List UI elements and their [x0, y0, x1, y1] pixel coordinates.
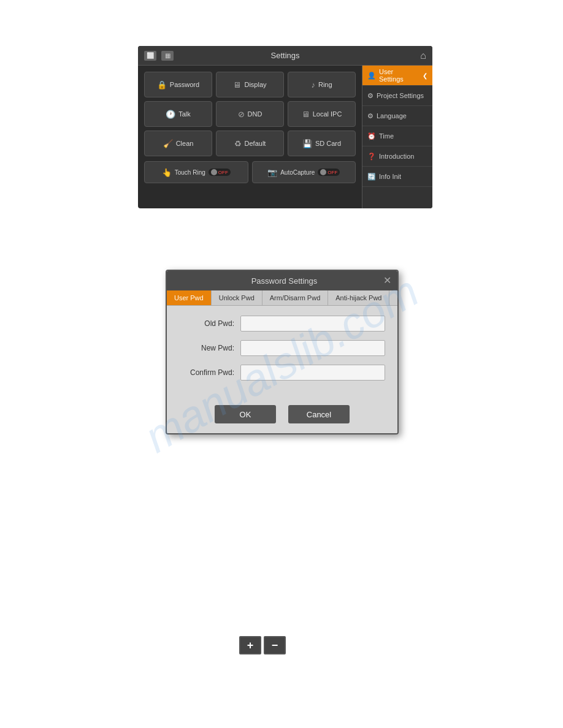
monitor-icon: ⬜	[144, 51, 156, 61]
sidebar-item-introduction[interactable]: ❓ Introduction	[362, 146, 432, 167]
password-dialog: Password Settings ✕ User Pwd Unlock Pwd …	[166, 270, 399, 434]
default-label: Default	[245, 140, 266, 147]
sidebar-arrow-1: ❮	[423, 72, 427, 79]
password-label: Password	[170, 81, 199, 88]
local-ipc-button[interactable]: 🖥 Local IPC	[288, 101, 356, 127]
lock-icon: 🔒	[157, 80, 167, 89]
confirm-pwd-row: Confirm Pwd:	[179, 365, 385, 381]
autocapture-icon: 📷	[267, 168, 277, 177]
display-button[interactable]: 🖥 Display	[216, 72, 284, 97]
password-button[interactable]: 🔒 Password	[144, 72, 212, 97]
tab-anti-hijack-pwd[interactable]: Anti-hijack Pwd	[328, 290, 389, 305]
tab-unlock-pwd-label: Unlock Pwd	[219, 294, 255, 301]
settings-body: 🔒 Password 🖥 Display ♪ Ring 🕐 Talk	[138, 66, 432, 208]
touch-ring-toggle[interactable]: 👆 Touch Ring OFF	[144, 161, 248, 183]
ring-button[interactable]: ♪ Ring	[288, 72, 356, 97]
display-icon: ▦	[161, 51, 174, 61]
sidebar-info-init-label: Info Init	[379, 173, 401, 180]
project-settings-icon: ⚙	[367, 92, 373, 100]
settings-title: Settings	[271, 51, 300, 60]
dialog-tabs: User Pwd Unlock Pwd Arm/Disarm Pwd Anti-…	[167, 290, 397, 306]
clean-button[interactable]: 🧹 Clean	[144, 131, 212, 156]
dnd-label: DND	[248, 110, 262, 118]
new-pwd-label: New Pwd:	[179, 344, 240, 352]
sidebar-introduction-label: Introduction	[379, 153, 414, 160]
settings-header: ⬜ ▦ Settings ⌂	[138, 46, 432, 66]
dialog-close-button[interactable]: ✕	[383, 276, 391, 286]
dnd-icon: ⊘	[238, 110, 245, 119]
display-label: Display	[244, 81, 266, 88]
plus-button[interactable]: +	[239, 636, 261, 654]
toggle-dot-2	[320, 169, 326, 175]
tab-arm-disarm-pwd[interactable]: Arm/Disarm Pwd	[262, 290, 329, 305]
settings-panel: ⬜ ▦ Settings ⌂ 🔒 Password 🖥 Display ♪	[138, 46, 432, 208]
dnd-button[interactable]: ⊘ DND	[216, 101, 284, 127]
language-icon: ⚙	[367, 112, 373, 120]
time-icon: ⏰	[367, 132, 376, 140]
confirm-pwd-label: Confirm Pwd:	[179, 368, 240, 377]
old-pwd-input[interactable]	[240, 316, 385, 332]
tab-user-pwd-label: User Pwd	[174, 294, 204, 301]
plus-minus-area: + −	[239, 636, 286, 654]
default-button[interactable]: ♻ Default	[216, 131, 284, 156]
tab-anti-hijack-pwd-label: Anti-hijack Pwd	[335, 294, 381, 301]
dialog-title: Password Settings	[185, 276, 383, 286]
sidebar-item-time[interactable]: ⏰ Time	[362, 126, 432, 146]
tab-unlock-pwd[interactable]: Unlock Pwd	[212, 290, 262, 305]
talk-button[interactable]: 🕐 Talk	[144, 101, 212, 127]
header-icons: ⬜ ▦	[144, 51, 174, 61]
old-pwd-row: Old Pwd:	[179, 316, 385, 332]
settings-row-1: 🔒 Password 🖥 Display ♪ Ring	[144, 72, 356, 97]
touch-ring-pill: OFF	[209, 169, 231, 176]
info-init-icon: 🔄	[367, 173, 376, 181]
sidebar-item-user-settings[interactable]: 👤 User Settings ❮	[362, 66, 432, 86]
display-icon: 🖥	[233, 80, 241, 89]
dialog-buttons: OK Cancel	[167, 399, 397, 433]
default-icon: ♻	[234, 139, 242, 148]
toggle-row: 👆 Touch Ring OFF 📷 AutoCapture OFF	[144, 161, 356, 183]
autocapture-pill: OFF	[318, 169, 340, 176]
sidebar-time-label: Time	[379, 132, 394, 140]
new-pwd-input[interactable]	[240, 340, 385, 356]
settings-sidebar: 👤 User Settings ❮ ⚙ Project Settings ⚙ L…	[362, 66, 432, 208]
clean-icon: 🧹	[163, 139, 173, 148]
sidebar-item-project-settings[interactable]: ⚙ Project Settings	[362, 86, 432, 106]
autocapture-label: AutoCapture	[280, 169, 315, 176]
sd-card-label: SD Card	[315, 140, 341, 147]
ring-icon: ♪	[311, 80, 315, 89]
old-pwd-label: Old Pwd:	[179, 319, 240, 328]
cancel-button[interactable]: Cancel	[288, 405, 350, 423]
ok-button[interactable]: OK	[215, 405, 276, 423]
settings-row-3: 🧹 Clean ♻ Default 💾 SD Card	[144, 131, 356, 156]
tab-user-pwd[interactable]: User Pwd	[167, 290, 212, 305]
sidebar-item-info-init[interactable]: 🔄 Info Init	[362, 167, 432, 187]
introduction-icon: ❓	[367, 153, 376, 161]
autocapture-toggle[interactable]: 📷 AutoCapture OFF	[252, 161, 356, 183]
clean-label: Clean	[176, 140, 194, 147]
home-icon[interactable]: ⌂	[420, 50, 426, 61]
sidebar-language-label: Language	[377, 112, 407, 119]
sd-card-icon: 💾	[302, 139, 312, 148]
talk-label: Talk	[178, 110, 191, 118]
dialog-form: Old Pwd: New Pwd: Confirm Pwd:	[167, 306, 397, 399]
touch-ring-label: Touch Ring	[175, 169, 205, 176]
settings-row-2: 🕐 Talk ⊘ DND 🖥 Local IPC	[144, 101, 356, 127]
local-ipc-icon: 🖥	[302, 110, 310, 119]
autocapture-state: OFF	[327, 170, 337, 175]
tab-arm-disarm-pwd-label: Arm/Disarm Pwd	[270, 294, 321, 301]
dialog-header: Password Settings ✕	[167, 271, 397, 290]
sidebar-item-language[interactable]: ⚙ Language	[362, 106, 432, 126]
settings-main: 🔒 Password 🖥 Display ♪ Ring 🕐 Talk	[138, 66, 362, 208]
touch-ring-state: OFF	[218, 170, 228, 175]
minus-button[interactable]: −	[264, 636, 286, 654]
local-ipc-label: Local IPC	[313, 110, 342, 118]
talk-icon: 🕐	[166, 110, 175, 119]
new-pwd-row: New Pwd:	[179, 340, 385, 356]
confirm-pwd-input[interactable]	[240, 365, 385, 381]
sd-card-button[interactable]: 💾 SD Card	[288, 131, 356, 156]
toggle-dot	[211, 169, 217, 175]
sidebar-project-label: Project Settings	[377, 92, 424, 99]
ring-label: Ring	[318, 81, 332, 88]
user-settings-icon: 👤	[367, 72, 376, 80]
touch-ring-icon: 👆	[162, 168, 172, 177]
